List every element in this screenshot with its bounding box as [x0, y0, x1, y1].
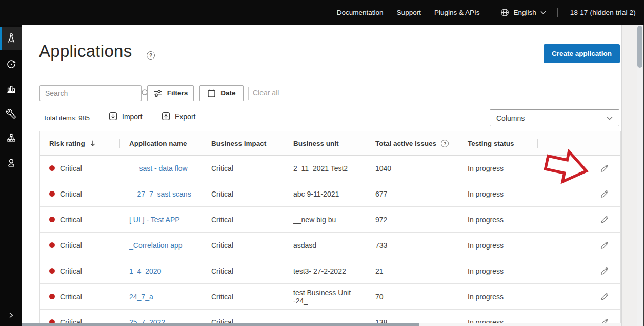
- sidebar-item-results[interactable]: [0, 76, 22, 101]
- import-icon: [109, 112, 117, 121]
- business-impact-cell: Critical: [202, 293, 284, 301]
- business-impact-cell: Critical: [202, 190, 284, 198]
- application-name-cell: __ sast - data flow: [120, 164, 202, 172]
- table-body: Critical __ sast - data flow Critical 2_…: [40, 156, 620, 326]
- sidebar: [0, 25, 22, 326]
- testing-status-cell: In progress: [458, 293, 538, 301]
- header-testing-status[interactable]: Testing status: [458, 131, 538, 155]
- date-label: Date: [220, 89, 235, 97]
- risk-rating-value: Critical: [60, 164, 82, 172]
- total-active-issues-cell: 972: [366, 216, 458, 224]
- critical-dot-icon: [49, 268, 55, 274]
- risk-rating-cell: Critical: [40, 190, 120, 198]
- application-link[interactable]: __ sast - data flow: [129, 164, 188, 172]
- right-gutter: [621, 25, 637, 326]
- export-button[interactable]: Export: [162, 112, 195, 121]
- language-label: English: [513, 9, 536, 16]
- app-window: Documentation Support Plugins & APIs Eng…: [0, 0, 644, 326]
- application-name-cell: [ UI ] - Test APP: [120, 216, 202, 224]
- edit-application-button[interactable]: [538, 215, 620, 224]
- page-help-icon[interactable]: ?: [147, 51, 155, 60]
- sort-descending-icon: [90, 140, 96, 147]
- sidebar-item-settings[interactable]: [0, 101, 22, 126]
- sidebar-expand-button[interactable]: [0, 312, 22, 319]
- applications-table: Risk rating Application name Business im…: [39, 131, 621, 326]
- topbar-link-support[interactable]: Support: [397, 9, 421, 16]
- import-button[interactable]: Import: [109, 112, 143, 121]
- sidebar-item-scans[interactable]: [0, 52, 22, 76]
- header-total-active-issues[interactable]: Total active issues ?: [366, 131, 458, 155]
- page-title: Applications: [39, 42, 132, 61]
- wrench-icon: [6, 109, 16, 119]
- chevron-down-icon: [540, 11, 546, 14]
- risk-rating-cell: Critical: [40, 267, 120, 275]
- risk-rating-value: Critical: [60, 241, 82, 250]
- topbar-divider: [557, 8, 558, 17]
- vertical-scrollbar-thumb[interactable]: [637, 26, 642, 68]
- edit-pencil-icon: [600, 241, 609, 250]
- clear-all-button[interactable]: Clear all: [253, 89, 279, 97]
- language-selector[interactable]: English: [500, 8, 546, 17]
- columns-label: Columns: [496, 114, 525, 122]
- testing-status-cell: In progress: [458, 241, 538, 250]
- columns-dropdown[interactable]: Columns: [490, 109, 619, 126]
- risk-rating-cell: Critical: [40, 293, 120, 301]
- application-link[interactable]: 1_4_2020: [129, 267, 161, 275]
- business-unit-cell: test Business Unit -24_: [284, 289, 366, 305]
- total-active-issues-cell: 1040: [366, 164, 458, 172]
- edit-application-button[interactable]: [538, 292, 620, 301]
- risk-rating-value: Critical: [60, 267, 82, 275]
- business-unit-cell: asdasd: [284, 241, 366, 250]
- application-link[interactable]: [ UI ] - Test APP: [129, 216, 180, 224]
- topbar: Documentation Support Plugins & APIs Eng…: [0, 0, 644, 25]
- application-link[interactable]: _Correlation app: [129, 241, 183, 250]
- topbar-link-plugins-apis[interactable]: Plugins & APIs: [434, 9, 480, 16]
- application-name-cell: _Correlation app: [120, 241, 202, 250]
- edit-pencil-icon: [600, 292, 609, 301]
- application-name-cell: __27_7_sast scans: [120, 190, 202, 198]
- search-input[interactable]: [40, 89, 141, 98]
- sidebar-item-org-hierarchy[interactable]: [0, 126, 22, 150]
- sidebar-item-applications[interactable]: [0, 27, 22, 50]
- issues-help-icon[interactable]: ?: [441, 140, 449, 147]
- edit-application-button[interactable]: [538, 241, 620, 250]
- application-link[interactable]: __27_7_sast scans: [129, 190, 191, 198]
- edit-pencil-icon: [600, 215, 609, 224]
- header-business-unit[interactable]: Business unit: [284, 131, 366, 155]
- topbar-link-documentation[interactable]: Documentation: [337, 9, 384, 16]
- search-box: [39, 85, 142, 101]
- main-content: Applications ? Create application Filter…: [22, 25, 621, 326]
- application-name-cell: 1_4_2020: [120, 267, 202, 275]
- filters-icon: [153, 89, 163, 98]
- user-icon: [6, 158, 16, 168]
- create-application-button[interactable]: Create application: [544, 44, 620, 63]
- testing-status-cell: In progress: [458, 164, 538, 172]
- edit-application-button[interactable]: [538, 189, 620, 199]
- hierarchy-icon: [6, 133, 16, 143]
- business-impact-cell: Critical: [202, 267, 284, 275]
- testing-status-cell: In progress: [458, 190, 538, 198]
- risk-rating-value: Critical: [60, 216, 82, 224]
- table-row: Critical __ sast - data flow Critical 2_…: [40, 156, 620, 181]
- table-row: Critical 24_7_a Critical test Business U…: [40, 284, 620, 310]
- export-label: Export: [175, 112, 195, 121]
- header-application-name[interactable]: Application name: [120, 131, 202, 155]
- horizontal-scrollbar-thumb[interactable]: [22, 323, 419, 326]
- tenant-name: 18 17 (hidden trial 2): [570, 9, 636, 16]
- application-link[interactable]: 24_7_a: [129, 293, 153, 301]
- risk-rating-value: Critical: [60, 293, 82, 301]
- filters-button[interactable]: Filters: [147, 85, 194, 101]
- sidebar-item-user[interactable]: [0, 150, 22, 175]
- business-unit-cell: 2_11_2021 Test2: [284, 164, 366, 172]
- header-risk-rating[interactable]: Risk rating: [40, 131, 120, 155]
- application-name-cell: 24_7_a: [120, 293, 202, 301]
- filter-bar-divider: [248, 87, 249, 100]
- edit-application-button[interactable]: [538, 266, 620, 276]
- horizontal-scrollbar[interactable]: [22, 323, 621, 326]
- date-button[interactable]: Date: [199, 85, 244, 101]
- business-unit-cell: test3- 27-2-2022: [284, 267, 366, 275]
- critical-dot-icon: [49, 294, 55, 299]
- business-unit-cell: __new big bu: [284, 216, 366, 224]
- vertical-scrollbar[interactable]: [637, 25, 643, 326]
- header-business-impact[interactable]: Business impact: [202, 131, 284, 155]
